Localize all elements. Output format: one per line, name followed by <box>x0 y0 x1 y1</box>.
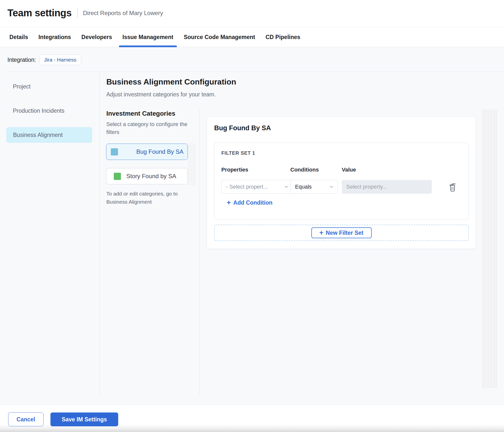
page-subtitle: Direct Reports of Mary Lowery <box>77 8 163 18</box>
category-bug-found-by-sa[interactable]: Bug Found By SA <box>106 144 188 160</box>
conditions-select[interactable]: Equals <box>290 180 338 194</box>
tab-content: Integration: Jira - Harness Project Prod… <box>0 47 504 405</box>
new-filter-set-label: New Filter Set <box>326 230 363 236</box>
tab-details[interactable]: Details <box>9 27 28 47</box>
tab-cd-pipelines[interactable]: CD Pipelines <box>266 27 300 47</box>
sidebar-item-production-incidents[interactable]: Production Incidents <box>6 103 92 118</box>
scrollbar-track-inner[interactable] <box>482 109 489 388</box>
column-label-properties: Properties <box>221 167 248 173</box>
value-input[interactable] <box>342 180 432 194</box>
filter-set-box: FILTER SET 1 Properties Conditions Value… <box>214 143 469 220</box>
chevron-down-icon <box>284 185 289 189</box>
investment-categories-title: Investment Categories <box>106 110 175 117</box>
investment-categories-hint: Select a category to configure the filte… <box>106 120 192 136</box>
sidebar-item-business-alignment[interactable]: Business Alignment <box>6 127 92 143</box>
add-condition-label: Add Condition <box>233 199 272 206</box>
integration-label: Integration: <box>7 57 36 63</box>
page-title: Team settings <box>7 7 72 19</box>
new-filter-set-button[interactable]: + New Filter Set <box>311 227 372 238</box>
new-filter-set-dropzone: + New Filter Set <box>214 225 469 241</box>
category-color-swatch-green <box>114 173 121 180</box>
scrollbar-track-outer[interactable] <box>490 109 497 388</box>
tab-source-code-management[interactable]: Source Code Management <box>184 27 255 47</box>
properties-select-placeholder: - Select propert... <box>226 184 268 190</box>
section-title: Business Alignment Configuration <box>106 77 236 86</box>
category-color-swatch-blue <box>111 148 118 155</box>
add-condition-button[interactable]: + Add Condition <box>227 199 273 206</box>
plus-icon: + <box>320 230 323 236</box>
settings-sidebar: Project Production Incidents Business Al… <box>6 79 92 151</box>
save-im-settings-button[interactable]: Save IM Settings <box>50 412 118 426</box>
page-header: Team settings Direct Reports of Mary Low… <box>0 0 504 27</box>
filter-set-title: FILTER SET 1 <box>221 150 255 156</box>
panel-title: Bug Found By SA <box>214 124 271 132</box>
tab-bar: Details Integrations Developers Issue Ma… <box>0 27 504 47</box>
plus-icon: + <box>227 199 231 206</box>
filter-panel-card: Bug Found By SA FILTER SET 1 Properties … <box>207 117 476 249</box>
divider-horizontal <box>6 72 504 72</box>
column-label-value: Value <box>342 167 356 173</box>
conditions-select-value: Equals <box>295 184 312 190</box>
category-story-found-by-sa[interactable]: Story Found by SA <box>106 168 188 184</box>
team-settings-page: Team settings Direct Reports of Mary Low… <box>0 0 504 432</box>
categories-scrollbar-track[interactable] <box>188 143 195 185</box>
cancel-button[interactable]: Cancel <box>8 412 44 426</box>
divider-sidebar <box>99 72 100 395</box>
integration-chip[interactable]: Jira - Harness <box>39 55 81 65</box>
tab-integrations[interactable]: Integrations <box>38 27 71 47</box>
section-subtitle: Adjust investment categories for your te… <box>106 91 216 98</box>
column-label-conditions: Conditions <box>290 167 319 173</box>
chevron-down-icon <box>329 185 334 189</box>
sidebar-item-project[interactable]: Project <box>6 79 92 94</box>
footer-bar: Cancel Save IM Settings <box>0 405 504 432</box>
tab-issue-management[interactable]: Issue Management <box>122 27 173 47</box>
category-label: Story Found by SA <box>126 173 176 180</box>
category-label: Bug Found By SA <box>136 148 183 155</box>
divider-categories <box>199 109 200 395</box>
categories-footnote: To add or edit categories, go to Busines… <box>106 190 190 206</box>
integration-row: Integration: Jira - Harness <box>7 55 81 65</box>
properties-select[interactable]: - Select propert... <box>221 180 293 194</box>
tab-developers[interactable]: Developers <box>81 27 112 47</box>
trash-icon[interactable] <box>448 182 457 192</box>
